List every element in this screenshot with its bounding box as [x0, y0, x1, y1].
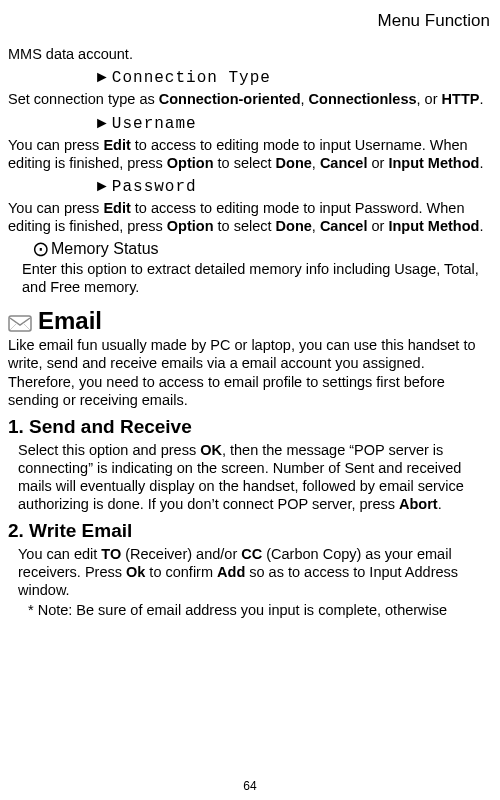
heading-password: ►Password [94, 176, 492, 197]
username-text: You can press Edit to access to editing … [8, 136, 492, 172]
write-email-note: * Note: Be sure of email address you inp… [28, 601, 492, 619]
mail-icon [8, 313, 32, 333]
arrow-icon: ► [94, 114, 110, 131]
email-heading: Email [38, 306, 102, 336]
bullet-icon: ⊙ [32, 236, 49, 262]
heading-connection-type: ►Connection Type [94, 67, 492, 88]
password-text: You can press Edit to access to editing … [8, 199, 492, 235]
heading-text: Memory Status [51, 240, 159, 257]
email-intro: Like email fun usually made by PC or lap… [8, 336, 492, 409]
heading-write-email: 2. Write Email [8, 519, 492, 543]
page-number: 64 [0, 779, 500, 794]
heading-text: Password [112, 178, 197, 196]
connection-type-text: Set connection type as Connection-orient… [8, 90, 492, 108]
arrow-icon: ► [94, 68, 110, 85]
heading-memory-status: ⊙Memory Status [34, 239, 492, 259]
heading-username: ►Username [94, 113, 492, 134]
arrow-icon: ► [94, 177, 110, 194]
write-email-text: You can edit TO (Receiver) and/or CC (Ca… [18, 545, 492, 599]
heading-text: Connection Type [112, 69, 271, 87]
memory-status-text: Enter this option to extract detailed me… [22, 260, 492, 296]
page-header: Menu Function [8, 10, 492, 31]
svg-rect-0 [9, 316, 31, 331]
heading-text: Username [112, 115, 197, 133]
intro-line: MMS data account. [8, 45, 492, 63]
send-receive-text: Select this option and press OK, then th… [18, 441, 492, 514]
email-heading-row: Email [8, 306, 492, 336]
heading-send-receive: 1. Send and Receive [8, 415, 492, 439]
